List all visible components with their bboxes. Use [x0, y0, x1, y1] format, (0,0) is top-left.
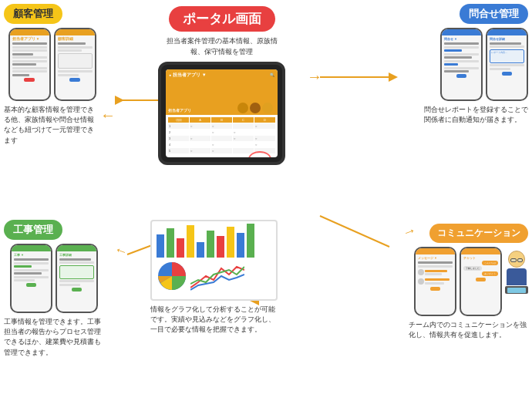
tablet-top-bar: ●担当者アプリ ▼ 🔍 [166, 69, 278, 80]
svg-line-4 [320, 216, 389, 247]
customer-phone-1: 担当者アプリ ▼ [8, 28, 51, 101]
construction-phone-2: 工事詳細 [56, 244, 98, 313]
construction-section: 工事管理 工事 ▼ 工事詳細 [4, 220, 104, 358]
inquiry-section: 問合せ管理 問合せ ▼ [424, 4, 528, 125]
customer-phone-2: 顧客詳細 [54, 28, 96, 101]
customer-badge: 顧客管理 [4, 4, 62, 24]
portal-badge: ポータル画面 [169, 6, 275, 32]
portal-section: ポータル画面 担当者案件管理の基本情報、原族情報、保守情報を管理 ●担当者アプリ… [158, 6, 285, 165]
communication-phones: メッセージ ▼ [414, 247, 502, 316]
tablet-grid: 項目 A B C D 1○○○ 2○○ 3○○○ 4○○ 5○○ [166, 115, 278, 156]
bar-chart [155, 224, 273, 259]
graph-description: 情報をグラフ化して分析することが可能です。実績や見込みなどをグラフ化し、一目で必… [150, 305, 278, 335]
customer-section: 顧客管理 担当者アプリ ▼ [4, 4, 100, 146]
communication-description: チーム内でのコミュニケーションを強化し、情報共有を促進します。 [409, 320, 528, 340]
inquiry-badge: 問合せ管理 [460, 4, 528, 24]
chart-container [150, 220, 278, 301]
tablet-hero: 担当者アプリ [166, 80, 278, 115]
portal-tablet: ●担当者アプリ ▼ 🔍 担当者アプリ 項目 [158, 62, 285, 165]
arrow-communication: → [400, 222, 419, 242]
pie-chart-area [155, 259, 273, 293]
inquiry-description: 問合せレポートを登録することで関係者に自動通知が届きます。 [424, 105, 528, 125]
construction-badge: 工事管理 [4, 220, 62, 240]
customer-description: 基本的な顧客情報を管理できる他、家族情報や問合せ情報なども紐づけて一元管理できま… [4, 105, 100, 146]
inquiry-phone-1: 問合せ ▼ [440, 28, 483, 101]
communication-badge: コミュニケーション [429, 224, 528, 243]
main-container: ポータル画面 担当者案件管理の基本情報、原族情報、保守情報を管理 ●担当者アプリ… [0, 0, 532, 401]
arrow-customer: ← [100, 106, 116, 124]
portal-description: 担当者案件管理の基本情報、原族情報、保守情報を管理 [160, 36, 284, 57]
arrow-construction: ← [112, 241, 130, 261]
inquiry-phone-2: 問合せ詳細 レポート内容... [486, 28, 528, 101]
person-illustration [505, 251, 528, 294]
tablet-screen: ●担当者アプリ ▼ 🔍 担当者アプリ 項目 [166, 69, 278, 157]
communication-phone-1: メッセージ ▼ [414, 247, 456, 316]
construction-description: 工事情報を管理できます。工事担当者の報告からプロセス管理できるほか、建業費や見積… [4, 317, 104, 358]
person-icons [237, 103, 273, 113]
graph-section: 情報をグラフ化して分析することが可能です。実績や見込みなどをグラフ化し、一目で必… [150, 301, 278, 335]
communication-section: コミュニケーション メッセージ ▼ [409, 224, 528, 340]
communication-phone-2: チャット こんにちは 了解しました ありがとう [460, 247, 502, 316]
communication-content: メッセージ ▼ [414, 247, 528, 316]
arrow-inquiry: → [307, 68, 322, 86]
construction-phone-1: 工事 ▼ [10, 244, 52, 313]
construction-phones: 工事 ▼ 工事詳細 [10, 244, 98, 313]
inquiry-phones: 問合せ ▼ 問合せ詳細 [440, 28, 528, 101]
customer-phones: 担当者アプリ ▼ 顧客詳細 [8, 28, 96, 101]
